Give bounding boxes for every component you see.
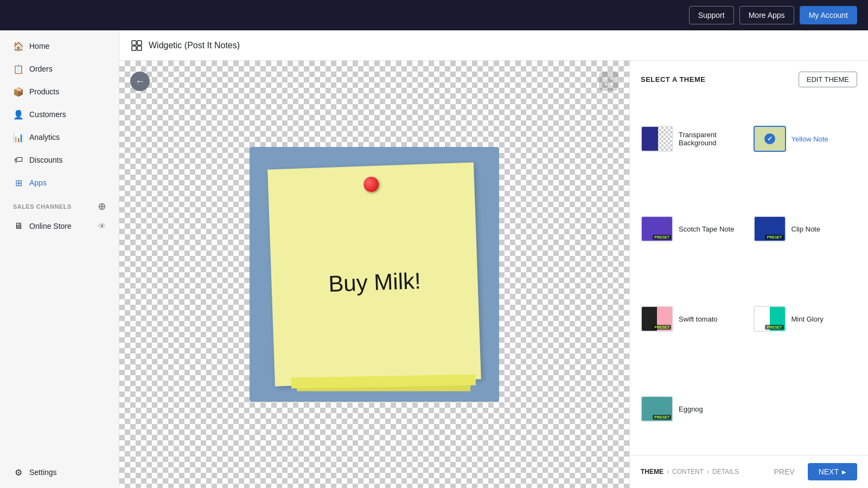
theme-name-clip: Clip Note: [792, 225, 820, 233]
post-it-note: Buy Milk!: [267, 162, 481, 386]
online-store-eye-icon: 👁: [98, 222, 106, 230]
theme-thumbnail-transparent: [641, 126, 673, 152]
post-it-container: Buy Milk!: [250, 147, 499, 402]
settings-icon: ⚙: [13, 467, 24, 478]
theme-item-eggnog[interactable]: PRESET Eggnog: [641, 368, 745, 450]
theme-name-mint: Mint Glory: [792, 315, 824, 323]
top-header: Support More Apps My Account: [0, 0, 868, 30]
sidebar-item-products[interactable]: 📦 Products: [4, 81, 114, 102]
sidebar-label-orders: Orders: [29, 65, 53, 73]
theme-panel-header: SELECT A THEME EDIT THEME: [630, 61, 868, 93]
theme-panel-footer: THEME › CONTENT › DETAILS PREV NEXT: [630, 455, 868, 488]
prev-button[interactable]: PREV: [765, 463, 803, 480]
sidebar-item-orders[interactable]: 📋 Orders: [4, 58, 114, 80]
theme-item-swift[interactable]: PRESET Swift tomato: [641, 278, 745, 359]
next-button[interactable]: NEXT: [808, 463, 857, 480]
theme-item-scotch[interactable]: PRESET Scotch Tape Note: [641, 188, 745, 269]
sidebar-label-home: Home: [29, 42, 49, 50]
orders-icon: 📋: [13, 63, 24, 74]
sales-channels-section: Sales Channels ⊕: [0, 194, 119, 215]
app-header: Widgetic (Post It Notes): [119, 30, 868, 61]
theme-item-yellow[interactable]: ✓ Yellow Note: [754, 98, 858, 179]
sidebar-label-customers: Customers: [29, 110, 66, 119]
themes-grid: Transparent Background ✓ Yellow Note: [630, 93, 868, 455]
theme-thumbnail-eggnog: PRESET: [641, 396, 673, 422]
pin-decoration: [363, 177, 379, 192]
svg-rect-3: [137, 46, 142, 50]
sidebar-label-discounts: Discounts: [29, 156, 62, 164]
footer-buttons: PREV NEXT: [765, 463, 857, 480]
app-title: Widgetic (Post It Notes): [149, 41, 240, 50]
sidebar-label-analytics: Analytics: [29, 133, 60, 142]
sidebar-bottom: ⚙ Settings: [0, 461, 119, 484]
expand-icon: [604, 76, 614, 86]
analytics-icon: 📊: [13, 132, 24, 143]
theme-name-swift: Swift tomato: [679, 315, 718, 323]
sidebar-label-apps: Apps: [29, 178, 47, 187]
theme-name-scotch: Scotch Tape Note: [679, 225, 734, 233]
expand-button[interactable]: [599, 72, 618, 91]
sidebar-item-online-store[interactable]: 🖥 Online Store 👁: [4, 215, 114, 237]
preview-pane: ← Buy Milk!: [119, 61, 629, 488]
check-mark: ✓: [764, 133, 775, 144]
support-button[interactable]: Support: [689, 6, 734, 24]
sidebar-label-settings: Settings: [29, 468, 57, 477]
app-header-icon: [130, 39, 143, 52]
breadcrumb: THEME › CONTENT › DETAILS: [641, 468, 739, 476]
content-area: ← Buy Milk!: [119, 61, 868, 488]
preset-badge-mint: PRESET: [765, 325, 783, 330]
sidebar-item-settings[interactable]: ⚙ Settings: [4, 461, 114, 483]
breadcrumb-details: DETAILS: [712, 468, 739, 476]
discounts-icon: 🏷: [13, 155, 24, 165]
theme-thumbnail-clip: PRESET: [754, 216, 786, 242]
theme-name-transparent: Transparent Background: [679, 131, 745, 147]
theme-item-transparent[interactable]: Transparent Background: [641, 98, 745, 179]
theme-thumbnail-swift: PRESET: [641, 306, 673, 332]
sidebar-label-online-store: Online Store: [29, 222, 72, 230]
sidebar-item-discounts[interactable]: 🏷 Discounts: [4, 149, 114, 171]
home-icon: 🏠: [13, 41, 24, 52]
sidebar-label-products: Products: [29, 87, 59, 96]
theme-thumbnail-yellow: ✓: [754, 126, 786, 152]
edit-theme-button[interactable]: EDIT THEME: [799, 72, 857, 87]
sidebar: 🏠 Home 📋 Orders 📦 Products 👤 Customers 📊…: [0, 30, 119, 488]
apps-icon: ⊞: [13, 177, 24, 188]
sidebar-item-customers[interactable]: 👤 Customers: [4, 104, 114, 125]
preset-badge-eggnog: PRESET: [653, 415, 671, 420]
preset-badge-clip: PRESET: [765, 235, 783, 240]
breadcrumb-sep-1: ›: [667, 468, 669, 476]
svg-rect-1: [137, 41, 142, 45]
breadcrumb-theme: THEME: [641, 468, 663, 476]
preset-badge-scotch: PRESET: [653, 235, 671, 240]
online-store-icon: 🖥: [13, 221, 24, 232]
select-theme-label: SELECT A THEME: [641, 75, 705, 84]
theme-item-clip[interactable]: PRESET Clip Note: [754, 188, 858, 269]
preset-badge-swift: PRESET: [653, 325, 671, 330]
svg-rect-0: [132, 41, 136, 45]
svg-rect-2: [132, 46, 136, 50]
theme-thumbnail-scotch: PRESET: [641, 216, 673, 242]
sidebar-item-analytics[interactable]: 📊 Analytics: [4, 126, 114, 148]
products-icon: 📦: [13, 86, 24, 97]
theme-thumbnail-mint: PRESET: [754, 306, 786, 332]
theme-panel: SELECT A THEME EDIT THEME Transparent Ba…: [629, 61, 868, 488]
back-button[interactable]: ←: [130, 72, 150, 91]
selected-overlay: ✓: [755, 127, 785, 151]
account-button[interactable]: My Account: [800, 6, 857, 24]
customers-icon: 👤: [13, 109, 24, 120]
more-apps-button[interactable]: More Apps: [739, 6, 794, 24]
breadcrumb-sep-2: ›: [707, 468, 709, 476]
post-it-background: Buy Milk!: [250, 147, 499, 402]
sidebar-item-apps[interactable]: ⊞ Apps: [4, 172, 114, 194]
theme-item-mint[interactable]: PRESET Mint Glory: [754, 278, 858, 359]
main-content: Widgetic (Post It Notes) ← Buy Milk!: [119, 30, 868, 488]
sidebar-item-home[interactable]: 🏠 Home: [4, 35, 114, 57]
add-sales-channel-button[interactable]: ⊕: [98, 201, 106, 213]
theme-name-eggnog: Eggnog: [679, 405, 703, 413]
layout: 🏠 Home 📋 Orders 📦 Products 👤 Customers 📊…: [0, 30, 868, 488]
breadcrumb-content: CONTENT: [672, 468, 704, 476]
note-text: Buy Milk!: [317, 256, 432, 308]
theme-name-yellow: Yellow Note: [792, 135, 828, 143]
